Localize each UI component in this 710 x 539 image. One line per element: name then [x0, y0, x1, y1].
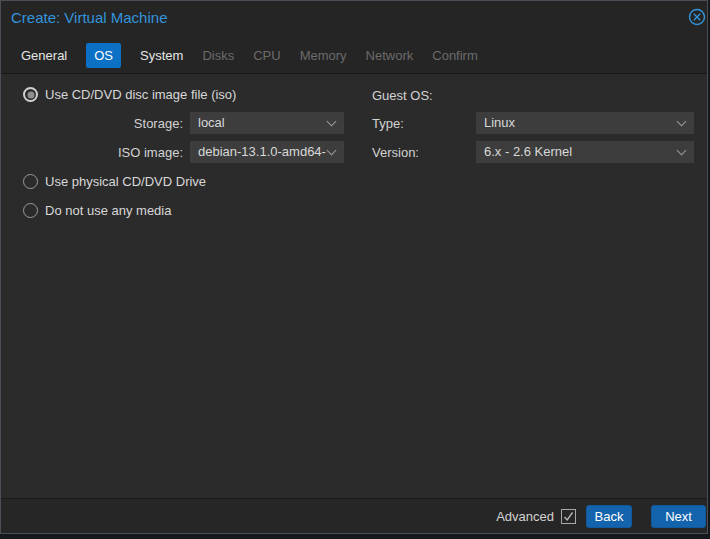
tab-os[interactable]: OS — [86, 43, 121, 68]
radio-use-iso[interactable]: Use CD/DVD disc image file (iso) — [23, 87, 236, 102]
chevron-down-icon — [677, 117, 687, 127]
check-icon — [563, 511, 574, 522]
advanced-label: Advanced — [496, 509, 554, 524]
radio-physical-drive-label: Use physical CD/DVD Drive — [45, 174, 206, 189]
iso-image-value: debian-13.1.0-amd64- — [198, 144, 326, 159]
chevron-down-icon — [327, 117, 337, 127]
os-tab-panel: Use CD/DVD disc image file (iso) Storage… — [1, 73, 707, 498]
next-button[interactable]: Next — [651, 505, 706, 528]
advanced-checkbox[interactable] — [561, 509, 576, 524]
radio-use-iso-label: Use CD/DVD disc image file (iso) — [45, 87, 236, 102]
create-vm-dialog: Create: Virtual Machine General OS Syste… — [0, 0, 708, 534]
radio-unselected-icon[interactable] — [23, 174, 38, 189]
guest-os-heading: Guest OS: — [372, 88, 433, 103]
iso-image-select[interactable]: debian-13.1.0-amd64- — [190, 141, 344, 163]
os-version-value: 6.x - 2.6 Kernel — [484, 144, 572, 159]
tab-general[interactable]: General — [21, 43, 67, 68]
close-icon[interactable] — [688, 8, 706, 26]
tab-disks: Disks — [202, 43, 234, 68]
os-version-select[interactable]: 6.x - 2.6 Kernel — [476, 141, 694, 163]
dialog-title: Create: Virtual Machine — [11, 9, 167, 26]
os-type-value: Linux — [484, 115, 515, 130]
version-label: Version: — [372, 145, 419, 160]
type-label: Type: — [372, 116, 404, 131]
radio-no-media-label: Do not use any media — [45, 203, 171, 218]
tab-confirm: Confirm — [432, 43, 478, 68]
tab-system[interactable]: System — [140, 43, 183, 68]
tab-network: Network — [366, 43, 414, 68]
radio-unselected-icon[interactable] — [23, 203, 38, 218]
chevron-down-icon — [677, 146, 687, 156]
radio-no-media[interactable]: Do not use any media — [23, 203, 171, 218]
tab-bar: General OS System Disks CPU Memory Netwo… — [1, 37, 707, 73]
radio-selected-icon[interactable] — [23, 87, 38, 102]
tab-cpu: CPU — [253, 43, 280, 68]
dialog-footer: Advanced Back Next — [1, 498, 707, 533]
storage-value: local — [198, 115, 225, 130]
storage-label: Storage: — [1, 116, 183, 131]
os-type-select[interactable]: Linux — [476, 112, 694, 134]
storage-select[interactable]: local — [190, 112, 344, 134]
back-button[interactable]: Back — [586, 505, 632, 528]
iso-image-label: ISO image: — [1, 145, 183, 160]
tab-memory: Memory — [300, 43, 347, 68]
chevron-down-icon — [327, 146, 337, 156]
dialog-titlebar: Create: Virtual Machine — [1, 1, 707, 37]
radio-physical-drive[interactable]: Use physical CD/DVD Drive — [23, 174, 206, 189]
